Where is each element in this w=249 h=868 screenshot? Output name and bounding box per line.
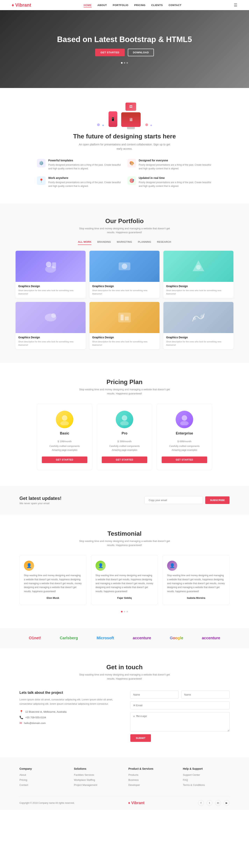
portfolio-card-2[interactable]: Graphics Design Short description for th…	[90, 251, 159, 298]
newsletter-input[interactable]	[145, 496, 203, 504]
testi-dot-2[interactable]	[124, 611, 125, 612]
email-icon: ✉	[20, 721, 22, 725]
tab-marketing[interactable]: MARKETING	[117, 239, 132, 245]
nav-about[interactable]: ABOUT	[97, 4, 107, 7]
brand-logo[interactable]: ♦ Vibrant	[12, 2, 31, 8]
footer-link-about[interactable]: About	[20, 773, 26, 776]
contact-form: SUBMIT	[130, 691, 229, 742]
svg-point-19	[180, 421, 189, 425]
nav-clients[interactable]: CLIENTS	[151, 4, 163, 7]
testimonial-name-2: Fajar Siddiq	[95, 596, 154, 599]
hamburger-icon[interactable]: ☰	[234, 3, 237, 7]
footer-link-contact[interactable]: Contact	[20, 783, 28, 786]
svg-point-18	[182, 415, 187, 421]
hero-title: Based on Latest Bootstrap & HTML5	[57, 35, 192, 44]
portfolio-title-6: Graphics Design	[166, 336, 231, 339]
monitor-illustration: 🖥	[121, 112, 141, 127]
get-started-button[interactable]: GET STARTED	[95, 49, 125, 56]
feature-desc-2: Poorly designed presentations are a thin…	[139, 163, 212, 170]
client-o1net: O1net!	[29, 636, 41, 640]
feature-icon-everyone: 🎨	[127, 159, 136, 167]
pricing-feature-ent-2: Amazing page examples	[162, 449, 207, 452]
footer-copyright: Copyright © 2018 Company name All rights…	[20, 802, 75, 804]
feature-icon-realtime: 🎯	[127, 176, 136, 185]
hero-dot-2	[124, 62, 125, 64]
portfolio-img-4	[15, 302, 86, 333]
portfolio-img-3	[163, 251, 234, 282]
testimonial-subtitle: Stop wasting time and money designing an…	[78, 539, 171, 548]
nav-contact[interactable]: CONTACT	[169, 4, 182, 7]
testi-dot-1[interactable]	[121, 611, 123, 612]
footer-col-solutions-heading: Solutions	[74, 767, 121, 770]
portfolio-card-4[interactable]: Graphics Design Short description for th…	[15, 302, 86, 349]
pricing-cta-basic[interactable]: GET STARTED	[42, 457, 87, 463]
social-youtube[interactable]: ▶	[224, 800, 229, 806]
footer-link-terms[interactable]: Terms & Conditions	[183, 783, 205, 786]
social-instagram[interactable]: in	[215, 800, 221, 806]
form-name-input[interactable]	[130, 691, 179, 699]
portfolio-info-5: Graphics Design Short description for th…	[90, 333, 159, 349]
portfolio-title-5: Graphics Design	[92, 336, 157, 339]
portfolio-title-2: Graphics Design	[92, 285, 157, 288]
tab-research[interactable]: RESEARCH	[157, 239, 171, 245]
nav-home[interactable]: HOME	[84, 4, 92, 7]
portfolio-img-1	[15, 251, 86, 282]
feature-title-1: Powerful templates	[48, 159, 122, 162]
feature-item-templates: ⚙️ Powerful templates Poorly designed pr…	[37, 159, 122, 170]
portfolio-card-1[interactable]: Graphics Design Short description for th…	[15, 251, 86, 298]
subscribe-button[interactable]: SUBSCRIBE	[205, 496, 229, 504]
footer-col-products: Product & Services Products Business Dev…	[128, 767, 175, 788]
footer-link-workplace[interactable]: Workplace Staffing	[74, 778, 95, 781]
illustration-container: 📱 🖼 🖥	[20, 103, 229, 127]
pricing-cta-pro[interactable]: GET STARTED	[102, 457, 147, 463]
portfolio-tabs: ALL WORK BRANDING MARKETING PLANNING RES…	[15, 239, 234, 245]
footer-link-developer[interactable]: Developer	[128, 783, 140, 786]
social-facebook[interactable]: f	[198, 800, 204, 806]
brand-name: Vibrant	[15, 2, 31, 8]
form-message-input[interactable]	[130, 712, 229, 732]
tab-all-work[interactable]: ALL WORK	[78, 239, 91, 245]
footer-link-pricing[interactable]: Pricing	[20, 778, 27, 781]
form-name-input2[interactable]	[181, 691, 229, 699]
nav-portfolio[interactable]: PORTFOLIO	[113, 4, 128, 7]
svg-point-4	[122, 264, 127, 269]
footer-link-business[interactable]: Business	[128, 778, 139, 781]
svg-point-12	[193, 317, 196, 320]
social-twitter[interactable]: t	[207, 800, 212, 806]
footer-link-facilities[interactable]: Facilities Services	[74, 773, 94, 776]
portfolio-card-6[interactable]: Graphics Design Short description for th…	[163, 302, 234, 349]
footer-link-support[interactable]: Support Center	[183, 773, 200, 776]
footer-link-faq[interactable]: FAQ	[183, 778, 188, 781]
contact-info: Lets talk about the project Lorem ipsum …	[20, 691, 119, 742]
blob-4	[150, 125, 152, 126]
form-email-input[interactable]	[130, 701, 229, 709]
nav-pricing[interactable]: PRICING	[134, 4, 146, 7]
testi-dot-3[interactable]	[126, 611, 128, 612]
download-button[interactable]: DOWNLOAD	[128, 49, 154, 56]
svg-point-13	[200, 315, 204, 318]
pricing-name-enterprise: Enterprise	[162, 431, 207, 435]
features-heading: The future of designing starts here	[20, 133, 229, 140]
pricing-feature-pro-2: Amazing page examples	[102, 449, 147, 452]
testimonial-section: Testimonial Stop wasting time and money …	[0, 515, 249, 628]
footer-link-products[interactable]: Products	[128, 773, 138, 776]
portfolio-card-5[interactable]: Graphics Design Short description for th…	[90, 302, 159, 349]
contact-section: Get in touch Stop wasting time and money…	[0, 648, 249, 757]
portfolio-card-3[interactable]: Graphics Design Short description for th…	[163, 251, 234, 298]
feature-title-3: Work anywhere	[48, 176, 122, 180]
pricing-grid: Basic $ 199/month Carefully crafted comp…	[37, 404, 212, 470]
pricing-cta-enterprise[interactable]: GET STARTED	[162, 457, 207, 463]
form-submit-button[interactable]: SUBMIT	[130, 734, 151, 742]
portfolio-desc-6: Short description for the ones who look …	[166, 340, 231, 346]
pricing-section: Pricing Plan Stop wasting time and money…	[0, 363, 249, 486]
contact-email-text: hello@domain.com	[24, 722, 45, 724]
feature-desc-3: Poorly designed presentations are a thin…	[48, 181, 122, 188]
footer-col-help: Help & Support Support Center FAQ Terms …	[183, 767, 229, 788]
feature-text-everyone: Designed for everyone Poorly designed pr…	[139, 159, 212, 170]
hero-buttons: GET STARTED DOWNLOAD	[57, 49, 192, 56]
contact-heading: Get in touch	[20, 663, 229, 671]
tab-branding[interactable]: BRANDING	[97, 239, 111, 245]
feature-text-anywhere: Work anywhere Poorly designed presentati…	[48, 176, 122, 188]
tab-planning[interactable]: PLANNING	[138, 239, 151, 245]
footer-link-project[interactable]: Project Management	[74, 783, 97, 786]
